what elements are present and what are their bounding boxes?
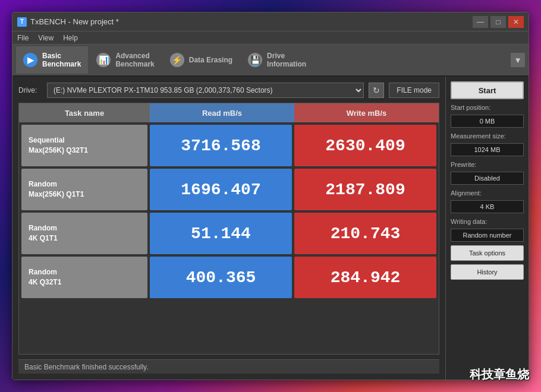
row-write-random-max: 2187.809 (294, 169, 436, 210)
history-button[interactable]: History (451, 264, 524, 280)
row-read-random-4k-q32: 400.365 (150, 257, 292, 298)
main-window: T TxBENCH - New project * — □ ✕ File Vie… (12, 12, 529, 380)
table-row: SequentialMax(256K) Q32T1 3716.568 2630.… (21, 125, 436, 166)
alignment-label: Alignment: (451, 189, 524, 197)
row-label-random-4k: Random4K Q1T1 (21, 213, 147, 254)
tab-data-erasing[interactable]: ⚡ Data Erasing (163, 46, 240, 74)
main-panel: Drive: (E:) NVMe PLEXTOR PX-1TM10 953.85… (12, 77, 445, 380)
row-read-random-max: 1696.407 (150, 169, 292, 210)
prewrite-label: Prewrite: (451, 161, 524, 168)
close-button[interactable]: ✕ (508, 16, 524, 28)
table-rows: SequentialMax(256K) Q32T1 3716.568 2630.… (19, 122, 439, 354)
table-row: Random4K Q32T1 400.365 284.942 (21, 257, 436, 298)
header-task-name: Task name (19, 103, 150, 122)
row-write-random-4k: 210.743 (294, 213, 436, 254)
menu-bar: File View Help (12, 31, 529, 45)
writing-data-label: Writing data: (451, 218, 524, 225)
content-area: Drive: (E:) NVMe PLEXTOR PX-1TM10 953.85… (12, 77, 529, 380)
start-position-value: 0 MB (451, 115, 524, 128)
table-row: RandomMax(256K) Q1T1 1696.407 2187.809 (21, 169, 436, 210)
row-label-sequential: SequentialMax(256K) Q32T1 (21, 125, 147, 166)
advanced-benchmark-icon: 📊 (96, 53, 111, 67)
row-read-sequential: 3716.568 (150, 125, 292, 166)
measurement-size-label: Measurement size: (451, 132, 524, 140)
start-position-label: Start position: (451, 104, 524, 111)
menu-help[interactable]: Help (63, 34, 78, 42)
row-label-random-4k-q32: Random4K Q32T1 (21, 257, 147, 298)
header-read: Read mB/s (150, 103, 294, 122)
basic-benchmark-icon: ▶ (23, 53, 37, 67)
tab-basic-benchmark[interactable]: ▶ Basic Benchmark (16, 46, 88, 74)
tab-drive-information[interactable]: 💾 Drive Information (241, 46, 313, 74)
file-mode-button[interactable]: FILE mode (389, 83, 439, 98)
drive-select[interactable]: (E:) NVMe PLEXTOR PX-1TM10 953.85 GB (2,… (47, 83, 364, 98)
writing-data-value: Random number (451, 229, 524, 242)
benchmark-table: Task name Read mB/s Write mB/s Sequentia… (18, 103, 439, 355)
row-write-sequential: 2630.409 (294, 125, 436, 166)
prewrite-value: Disabled (451, 172, 524, 185)
toolbar: ▶ Basic Benchmark 📊 Advanced Benchmark ⚡… (12, 45, 529, 77)
row-write-random-4k-q32: 284.942 (294, 257, 436, 298)
window-controls: — □ ✕ (473, 16, 524, 28)
toolbar-overflow-button[interactable]: ▼ (511, 53, 525, 67)
drive-row: Drive: (E:) NVMe PLEXTOR PX-1TM10 953.85… (18, 83, 439, 98)
table-row: Random4K Q1T1 51.144 210.743 (21, 213, 436, 254)
menu-view[interactable]: View (38, 34, 54, 42)
row-label-random-max: RandomMax(256K) Q1T1 (21, 169, 147, 210)
table-header: Task name Read mB/s Write mB/s (19, 103, 439, 122)
app-icon: T (17, 17, 27, 27)
drive-refresh-button[interactable]: ↻ (369, 83, 384, 98)
status-bar: Basic Benchmark finished successfully. (18, 359, 439, 374)
drive-information-icon: 💾 (248, 53, 262, 67)
right-panel: Start Start position: 0 MB Measurement s… (445, 77, 529, 380)
menu-file[interactable]: File (17, 34, 29, 42)
task-options-button[interactable]: Task options (451, 245, 524, 261)
window-title: TxBENCH - New project * (30, 17, 473, 26)
header-write: Write mB/s (294, 103, 439, 122)
data-erasing-icon: ⚡ (170, 53, 184, 67)
row-read-random-4k: 51.144 (150, 213, 292, 254)
drive-label: Drive: (18, 86, 42, 94)
minimize-button[interactable]: — (473, 16, 488, 28)
maximize-button[interactable]: □ (490, 16, 506, 28)
tab-advanced-benchmark[interactable]: 📊 Advanced Benchmark (89, 46, 161, 74)
title-bar: T TxBENCH - New project * — □ ✕ (12, 12, 529, 31)
status-text: Basic Benchmark finished successfully. (24, 363, 149, 371)
measurement-size-value: 1024 MB (451, 143, 524, 156)
start-button[interactable]: Start (451, 81, 524, 99)
alignment-value: 4 KB (451, 200, 524, 213)
